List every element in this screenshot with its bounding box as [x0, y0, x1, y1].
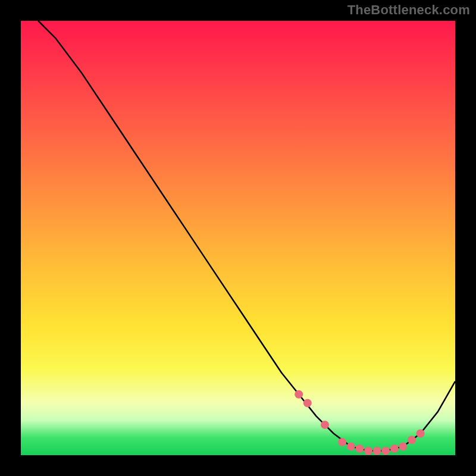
- marker-dot: [381, 447, 390, 455]
- marker-dot: [373, 447, 381, 455]
- marker-dot: [303, 399, 312, 407]
- marker-dot: [321, 421, 329, 429]
- marker-dot: [364, 447, 372, 455]
- attribution-label: TheBottleneck.com: [347, 2, 470, 18]
- marker-dot: [408, 436, 416, 444]
- marker-dot: [295, 390, 303, 399]
- marker-dot: [399, 442, 407, 450]
- bottleneck-curve: [21, 21, 455, 455]
- marker-dot: [416, 430, 425, 438]
- marker-dot: [355, 444, 364, 453]
- chart-frame: TheBottleneck.com: [0, 0, 476, 476]
- plot-area: [21, 21, 455, 455]
- marker-dots: [295, 390, 424, 455]
- marker-dot: [390, 444, 399, 453]
- marker-dot: [338, 438, 346, 446]
- curve-path: [38, 21, 455, 451]
- marker-dot: [347, 442, 355, 450]
